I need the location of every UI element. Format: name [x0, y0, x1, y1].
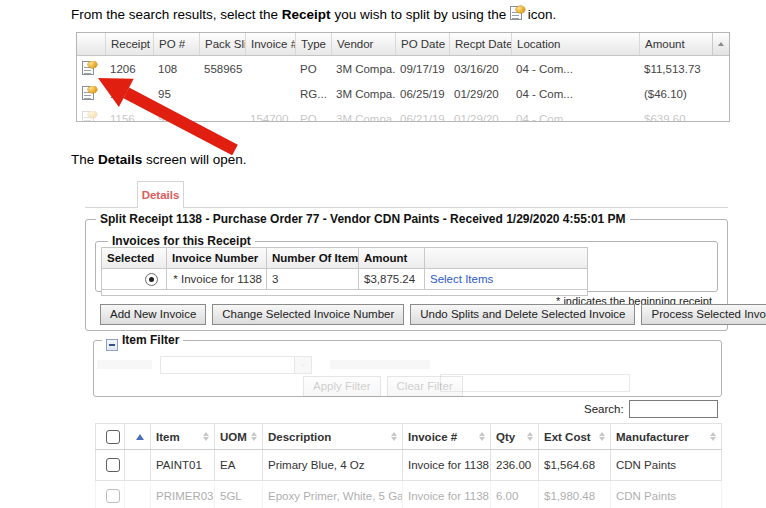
- intro-bold-receipt: Receipt: [282, 7, 331, 22]
- cell-podate: 06/25/19: [395, 88, 449, 100]
- invoice-amount-cell: $3,875.24: [358, 269, 424, 289]
- cell-manufacturer: CDN Paints: [611, 450, 722, 480]
- process-invoice-now-button[interactable]: Process Selected Invoice Now: [641, 304, 766, 325]
- cell-description: Epoxy Primer, White, 5 Gal: [263, 481, 403, 508]
- results-header-amount: Amount: [639, 33, 713, 55]
- row-checkbox[interactable]: [106, 489, 120, 503]
- cell-invoice: Invoice for 1138: [403, 450, 491, 480]
- sort-up-glyph: [251, 432, 257, 436]
- item-filter-legend: Item Filter: [102, 333, 183, 351]
- row-indicator-cell: [125, 481, 151, 508]
- results-scroll-button[interactable]: [712, 33, 729, 55]
- sort-down-glyph: [710, 437, 716, 441]
- cell-item: PAINT01: [151, 450, 215, 480]
- item-row-paint01: PAINT01 EA Primary Blue, 4 Oz Invoice fo…: [95, 450, 722, 481]
- cell-vendor: 3M Compa...: [331, 88, 395, 100]
- invoices-header-number: Invoice Number: [166, 248, 266, 268]
- results-header-location: Location: [511, 33, 639, 55]
- collapse-minus-icon[interactable]: [106, 339, 118, 351]
- item-filter-text-input[interactable]: [440, 374, 630, 392]
- item-filter-buttons: Apply Filter Clear Filter: [303, 376, 463, 397]
- page: From the search results, select the Rece…: [0, 0, 766, 508]
- sort-up-glyph: [527, 432, 533, 436]
- cell-type: PO: [295, 113, 331, 123]
- invoices-header-items: Number Of Items: [266, 248, 358, 268]
- invoice-items-cell: 3: [266, 269, 358, 289]
- item-filter-field-label-2: [330, 360, 430, 369]
- select-items-link[interactable]: Select Items: [424, 269, 587, 289]
- cell-uom: EA: [215, 450, 263, 480]
- items-header-qty[interactable]: Qty: [491, 424, 539, 449]
- invoices-fieldset-legend: Invoices for this Receipt: [108, 234, 255, 248]
- change-invoice-number-button[interactable]: Change Selected Invoice Number: [212, 304, 404, 325]
- split-receipt-icon-blob: [88, 61, 97, 68]
- items-header-description[interactable]: Description: [263, 424, 403, 449]
- sort-arrows-icon[interactable]: [599, 432, 605, 441]
- cell-uom: 5GL: [215, 481, 263, 508]
- undo-splits-delete-invoice-button[interactable]: Undo Splits and Delete Selected Invoice: [410, 304, 635, 325]
- chevron-down-icon: [294, 357, 311, 373]
- invoice-selected-radio[interactable]: [145, 273, 158, 286]
- sort-arrows-icon[interactable]: [710, 432, 716, 441]
- items-header-invoice[interactable]: Invoice #: [403, 424, 491, 449]
- results-header-invoice: Invoice #: [245, 33, 295, 55]
- search-input[interactable]: [629, 400, 718, 418]
- clear-filter-button[interactable]: Clear Filter: [387, 376, 463, 397]
- invoice-actions: Add New Invoice Change Selected Invoice …: [100, 304, 766, 325]
- cell-amount: $11,513.73: [639, 63, 713, 75]
- scroll-up-icon: [718, 42, 724, 46]
- items-header-item[interactable]: Item: [151, 424, 215, 449]
- dropdown-arrow-glyph: [300, 364, 306, 368]
- invoice-row: * Invoice for 1138 3 $3,875.24 Select It…: [102, 268, 587, 289]
- cell-invoice: 154700: [245, 113, 295, 123]
- item-filter-legend-text: Item Filter: [122, 333, 179, 347]
- cell-extcost: $1,564.68: [539, 450, 611, 480]
- apply-filter-button[interactable]: Apply Filter: [303, 376, 381, 397]
- cell-location: 04 - Com...: [511, 113, 639, 123]
- add-new-invoice-button[interactable]: Add New Invoice: [100, 304, 206, 325]
- search-label: Search:: [584, 403, 624, 415]
- row-checkbox[interactable]: [106, 458, 120, 472]
- sort-up-glyph: [203, 432, 209, 436]
- intro-suffix: icon.: [524, 7, 556, 22]
- cell-type: RG...: [295, 88, 331, 100]
- radio-dot-icon: [149, 277, 154, 282]
- split-receipt-icon-blob: [516, 6, 525, 13]
- results-header-receipt: Receipt #: [105, 33, 153, 55]
- tab-details[interactable]: Details: [137, 181, 184, 208]
- items-header-uom-label: UOM: [220, 431, 247, 443]
- results-header-packslip: Pack Slip: [199, 33, 245, 55]
- items-header-manufacturer[interactable]: Manufacturer: [611, 424, 722, 449]
- sort-down-glyph: [599, 437, 605, 441]
- cell-vendor: 3M Compa...: [331, 63, 395, 75]
- invoices-header-row: Selected Invoice Number Number Of Items …: [102, 248, 587, 268]
- sort-up-glyph: [479, 432, 485, 436]
- cell-qty: 236.00: [491, 450, 539, 480]
- items-header-extcost-label: Ext Cost: [544, 431, 591, 443]
- items-header-item-label: Item: [156, 431, 180, 443]
- sort-up-glyph: [710, 432, 716, 436]
- sort-arrows-icon[interactable]: [479, 432, 485, 441]
- sort-down-glyph: [391, 437, 397, 441]
- items-header-uom[interactable]: UOM: [215, 424, 263, 449]
- sort-arrows-icon[interactable]: [391, 432, 397, 441]
- results-header-podate: PO Date: [395, 33, 449, 55]
- sort-arrows-icon[interactable]: [251, 432, 257, 441]
- sort-arrows-icon[interactable]: [527, 432, 533, 441]
- sort-arrows-icon[interactable]: [203, 432, 209, 441]
- results-header-icon-col: [77, 33, 105, 55]
- cell-recptdate: 03/16/20: [449, 63, 511, 75]
- results-header-recptdate: Recpt Date: [449, 33, 511, 55]
- item-filter-dropdown[interactable]: [160, 356, 312, 374]
- items-header-extcost[interactable]: Ext Cost: [539, 424, 611, 449]
- cell-recptdate: 01/29/20: [449, 88, 511, 100]
- sort-up-glyph: [599, 432, 605, 436]
- results-header-row: Receipt # PO # Pack Slip Invoice # Type …: [77, 33, 729, 56]
- results-header-type: Type: [295, 33, 331, 55]
- select-all-checkbox[interactable]: [106, 430, 120, 444]
- sort-down-glyph: [203, 437, 209, 441]
- cell-item: PRIMER03: [151, 481, 215, 508]
- items-header-manufacturer-label: Manufacturer: [616, 431, 689, 443]
- item-row-primer03: PRIMER03 5GL Epoxy Primer, White, 5 Gal …: [95, 481, 722, 508]
- split-receipt-panel-legend: Split Receipt 1138 - Purchase Order 77 -…: [96, 212, 630, 226]
